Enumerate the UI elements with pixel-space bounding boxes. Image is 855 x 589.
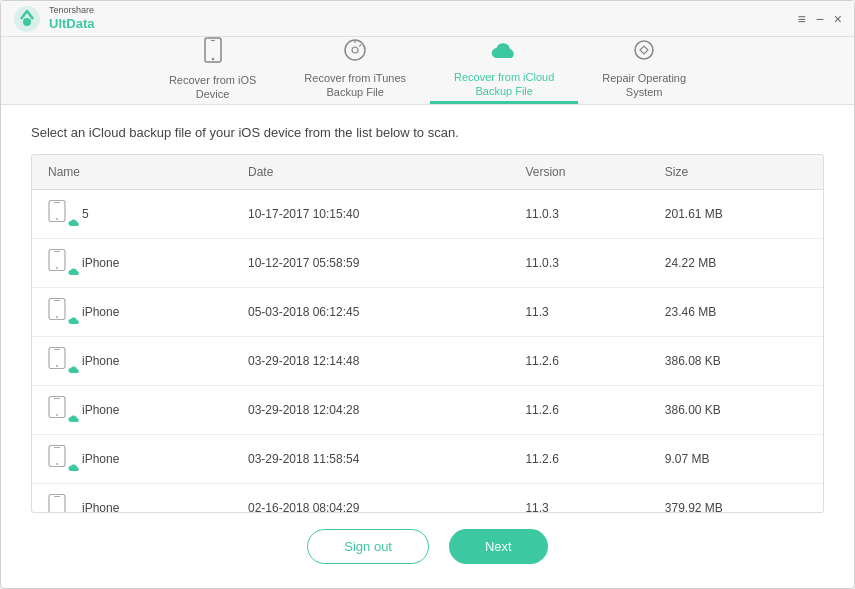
svg-point-17 [56,316,58,318]
table-row[interactable]: iPhone 10-12-2017 05:58:5911.0.324.22 MB [32,239,823,288]
cell-version: 11.0.3 [509,239,648,288]
table-row[interactable]: iPhone 03-29-2018 11:58:5411.2.69.07 MB [32,435,823,484]
cloud-badge-icon [68,316,81,327]
device-name: iPhone [82,305,119,319]
cell-name: iPhone [32,337,232,386]
tab-repair-label: Repair OperatingSystem [602,71,686,100]
cell-version: 11.2.6 [509,337,648,386]
col-date: Date [232,155,509,190]
phone-icon [48,445,66,467]
col-size: Size [649,155,823,190]
ios-device-icon [202,37,224,69]
cell-size: 23.46 MB [649,288,823,337]
table-row[interactable]: iPhone 02-16-2018 08:04:2911.3379.92 MB [32,484,823,513]
nav-tabs: Recover from iOSDevice Recover from iTun… [1,37,854,105]
cell-date: 02-16-2018 08:04:29 [232,484,509,513]
device-name: 5 [82,207,89,221]
tab-icloud-label: Recover from iCloudBackup File [454,70,554,99]
tab-ios-label: Recover from iOSDevice [169,73,256,102]
svg-point-6 [352,47,358,53]
tab-icloud[interactable]: Recover from iCloudBackup File [430,37,578,104]
minimize-button[interactable]: − [816,12,824,26]
svg-point-20 [56,365,58,367]
table-row[interactable]: 5 10-17-2017 10:15:4011.0.3201.61 MB [32,190,823,239]
logo-bottom: UltData [49,16,95,32]
table-header-row: Name Date Version Size [32,155,823,190]
device-name: iPhone [82,256,119,270]
cloud-badge-icon [68,267,81,278]
app-window: Tenorshare UltData ≡ − × Recover from iO… [0,0,855,589]
cell-name: 5 [32,190,232,239]
svg-point-1 [23,18,31,26]
table-row[interactable]: iPhone 05-03-2018 06:12:4511.323.46 MB [32,288,823,337]
cell-name: iPhone [32,484,232,513]
cell-date: 05-03-2018 06:12:45 [232,288,509,337]
col-version: Version [509,155,648,190]
repair-icon [633,39,655,67]
device-name: iPhone [82,354,119,368]
device-name: iPhone [82,403,119,417]
svg-line-8 [359,44,361,46]
close-button[interactable]: × [834,12,842,26]
cell-date: 10-12-2017 05:58:59 [232,239,509,288]
logo-top: Tenorshare [49,5,95,16]
cell-size: 201.61 MB [649,190,823,239]
table-row[interactable]: iPhone 03-29-2018 12:14:4811.2.6386.08 K… [32,337,823,386]
footer-buttons: Sign out Next [31,513,824,572]
phone-icon [48,347,66,369]
cell-date: 03-29-2018 12:04:28 [232,386,509,435]
cell-size: 386.08 KB [649,337,823,386]
phone-icon [48,200,66,222]
cell-version: 11.2.6 [509,386,648,435]
svg-point-4 [211,58,213,60]
cell-name: iPhone [32,386,232,435]
logo: Tenorshare UltData [13,5,95,33]
itunes-icon [344,39,366,67]
device-name: iPhone [82,501,119,512]
main-content: Select an iCloud backup file of your iOS… [1,105,854,588]
svg-point-26 [56,463,58,465]
cell-version: 11.3 [509,484,648,513]
cell-name: iPhone [32,435,232,484]
device-name: iPhone [82,452,119,466]
logo-icon [13,5,41,33]
svg-point-14 [56,267,58,269]
svg-rect-27 [49,495,65,513]
signout-button[interactable]: Sign out [307,529,429,564]
icloud-icon [490,40,518,66]
cloud-badge-icon [68,365,81,376]
svg-point-23 [56,414,58,416]
cell-size: 386.00 KB [649,386,823,435]
cell-date: 03-29-2018 12:14:48 [232,337,509,386]
logo-text: Tenorshare UltData [49,5,95,31]
backup-table-wrapper: Name Date Version Size [31,154,824,513]
tab-itunes-label: Recover from iTunesBackup File [304,71,406,100]
cell-size: 24.22 MB [649,239,823,288]
phone-icon [48,494,66,512]
phone-icon [48,396,66,418]
svg-point-11 [56,218,58,220]
backup-table: Name Date Version Size [32,155,823,512]
menu-button[interactable]: ≡ [797,12,805,26]
next-button[interactable]: Next [449,529,548,564]
cell-name: iPhone [32,239,232,288]
table-row[interactable]: iPhone 03-29-2018 12:04:2811.2.6386.00 K… [32,386,823,435]
cloud-badge-icon [68,414,81,425]
tab-itunes[interactable]: Recover from iTunesBackup File [280,37,430,104]
cell-version: 11.2.6 [509,435,648,484]
table-scroll[interactable]: Name Date Version Size [32,155,823,512]
phone-icon [48,298,66,320]
phone-icon [48,249,66,271]
cell-version: 11.0.3 [509,190,648,239]
cell-version: 11.3 [509,288,648,337]
cell-date: 10-17-2017 10:15:40 [232,190,509,239]
cell-name: iPhone [32,288,232,337]
tab-ios[interactable]: Recover from iOSDevice [145,37,280,104]
cell-date: 03-29-2018 11:58:54 [232,435,509,484]
tab-repair[interactable]: Repair OperatingSystem [578,37,710,104]
cell-size: 379.92 MB [649,484,823,513]
cell-size: 9.07 MB [649,435,823,484]
cloud-badge-icon [68,463,81,474]
window-controls: ≡ − × [797,12,842,26]
cloud-badge-icon [68,218,81,229]
